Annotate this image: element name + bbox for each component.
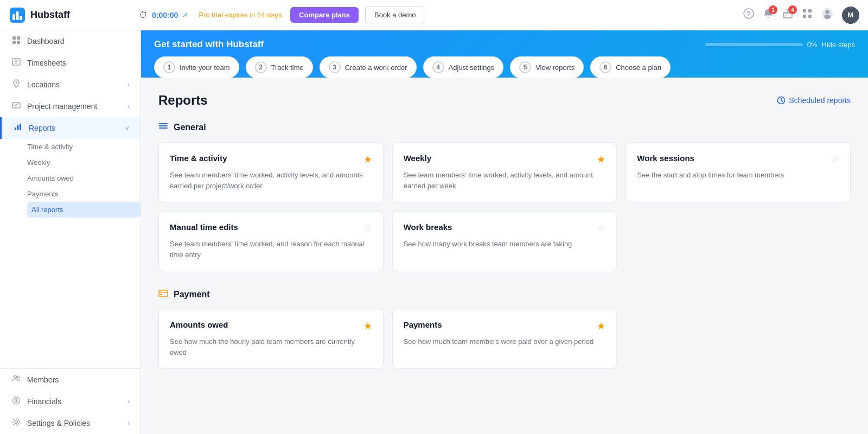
step-2-number: 2 <box>255 61 267 73</box>
svg-point-26 <box>17 376 20 378</box>
card-weekly-star[interactable]: ★ <box>597 154 605 165</box>
card-manual-time-edits-star[interactable]: ☆ <box>363 222 372 234</box>
step-4-adjust-settings[interactable]: 4 Adjust settings <box>423 56 504 78</box>
card-time-activity-star[interactable]: ★ <box>363 154 372 165</box>
sidebar-item-project-management[interactable]: Project management ‹ <box>0 95 141 117</box>
sidebar-item-locations[interactable]: Locations ‹ <box>0 74 141 95</box>
svg-rect-22 <box>15 127 16 130</box>
user-avatar[interactable]: M <box>842 7 859 24</box>
sidebar-item-dashboard[interactable]: Dashboard <box>0 30 141 52</box>
sidebar-item-timesheets[interactable]: Timesheets <box>0 52 141 74</box>
timer-expand-icon[interactable]: ↗ <box>182 11 188 19</box>
topbar-right: ? 1 4 M <box>743 7 859 24</box>
apps-button[interactable] <box>802 8 813 22</box>
timer-section: ⏱ 0:00:00 ↗ <box>139 10 188 20</box>
card-time-activity-desc: See team members' time worked, activity … <box>170 170 372 191</box>
card-amounts-owed-star[interactable]: ★ <box>363 320 372 332</box>
sidebar-subitem-amounts-owed[interactable]: Amounts owed <box>27 170 141 186</box>
card-weekly-desc: See team members' time worked, activity … <box>404 170 606 191</box>
sidebar-subitem-time-activity[interactable]: Time & activity <box>27 139 141 155</box>
step-1-invite-team[interactable]: 1 Invite your team <box>154 56 239 78</box>
card-weekly[interactable]: Weekly ★ See team members' time worked, … <box>392 142 617 202</box>
main-content: Get started with Hubstaff 0% Hide steps … <box>141 30 868 434</box>
step-3-create-work-order[interactable]: 3 Create a work order <box>320 56 417 78</box>
svg-rect-10 <box>803 15 806 18</box>
card-work-breaks-title: Work breaks <box>404 222 452 232</box>
scheduled-reports-label: Scheduled reports <box>789 96 851 105</box>
card-work-breaks-desc: See how many work breaks team members ar… <box>404 239 606 250</box>
book-demo-button[interactable]: Book a demo <box>365 7 425 23</box>
step-5-label: View reports <box>535 63 575 72</box>
card-amounts-owed[interactable]: Amounts owed ★ See how much the hourly p… <box>158 309 384 369</box>
topbar: Hubstaff ⏱ 0:00:00 ↗ Pro trial expires i… <box>0 0 868 30</box>
card-work-sessions-header: Work sessions ☆ <box>637 154 839 165</box>
card-payments-star[interactable]: ★ <box>597 320 605 332</box>
card-work-sessions-title: Work sessions <box>637 154 694 163</box>
account-button[interactable] <box>821 8 833 22</box>
step-3-label: Create a work order <box>345 63 407 72</box>
sidebar-subitem-weekly[interactable]: Weekly <box>27 155 141 170</box>
card-payments[interactable]: Payments ★ See how much team members wer… <box>392 309 617 369</box>
locations-icon <box>11 79 22 90</box>
logo[interactable]: Hubstaff <box>9 7 128 24</box>
layout: Dashboard Timesheets Locations ‹ Project… <box>0 30 868 434</box>
sidebar-subitem-payments[interactable]: Payments <box>27 186 141 202</box>
card-weekly-title: Weekly <box>404 154 431 163</box>
step-1-label: Invite your team <box>180 63 230 72</box>
card-work-breaks-star[interactable]: ☆ <box>597 222 605 234</box>
sidebar-item-members[interactable]: Members <box>0 369 141 391</box>
svg-rect-11 <box>808 15 812 18</box>
card-payments-title: Payments <box>404 320 442 329</box>
trial-notice: Pro trial expires in 14 days. <box>199 11 284 19</box>
locations-chevron-icon: ‹ <box>127 81 130 88</box>
svg-rect-3 <box>20 16 22 20</box>
notifications-button[interactable]: 1 <box>763 8 774 22</box>
banner-steps: 1 Invite your team 2 Track time 3 Create… <box>154 56 855 78</box>
gifts-badge: 4 <box>788 5 797 14</box>
logo-text: Hubstaff <box>30 9 70 21</box>
sidebar-item-settings[interactable]: Settings & Policies ‹ <box>0 412 141 434</box>
svg-rect-24 <box>20 124 21 130</box>
sidebar-item-financials[interactable]: Financials ‹ <box>0 391 141 412</box>
reports-chevron-icon: ∨ <box>125 124 130 132</box>
step-5-view-reports[interactable]: 5 View reports <box>510 56 584 78</box>
step-6-number: 6 <box>599 61 611 73</box>
sidebar-bottom: Members Financials ‹ Settings & Policies… <box>0 368 141 434</box>
sidebar-subitem-all-reports[interactable]: All reports <box>27 202 141 218</box>
dashboard-icon <box>11 36 22 47</box>
card-manual-time-edits[interactable]: Manual time edits ☆ See team members' ti… <box>158 211 384 271</box>
svg-rect-18 <box>17 41 20 44</box>
general-section: General Time & activity ★ See team membe… <box>158 121 851 271</box>
scheduled-reports-link[interactable]: Scheduled reports <box>777 96 851 105</box>
step-2-track-time[interactable]: 2 Track time <box>246 56 313 78</box>
settings-chevron-icon: ‹ <box>127 419 130 427</box>
members-icon <box>11 374 22 385</box>
hide-steps-button[interactable]: Hide steps <box>822 41 855 49</box>
svg-rect-2 <box>16 11 19 20</box>
notifications-badge: 1 <box>769 5 777 14</box>
reports-subitems: Time & activity Weekly Amounts owed Paym… <box>0 139 141 218</box>
card-work-sessions[interactable]: Work sessions ☆ See the start and stop t… <box>626 142 851 202</box>
help-button[interactable]: ? <box>743 8 754 22</box>
compare-plans-button[interactable]: Compare plans <box>290 7 359 23</box>
card-work-sessions-star[interactable]: ☆ <box>831 154 839 165</box>
gifts-button[interactable]: 4 <box>782 8 793 22</box>
sidebar-item-reports[interactable]: Reports ∨ <box>0 117 141 139</box>
svg-rect-16 <box>17 36 20 40</box>
svg-text:?: ? <box>746 10 750 18</box>
card-work-breaks[interactable]: Work breaks ☆ See how many work breaks t… <box>392 211 617 271</box>
payment-cards-grid: Amounts owed ★ See how much the hourly p… <box>158 309 851 369</box>
sidebar-reports-label: Reports <box>29 124 119 132</box>
payment-section: Payment Amounts owed ★ See how much the … <box>158 289 851 369</box>
project-management-chevron-icon: ‹ <box>127 103 130 110</box>
clock-icon <box>777 96 786 105</box>
card-amounts-owed-header: Amounts owed ★ <box>170 320 372 332</box>
timer-icon: ⏱ <box>139 10 148 20</box>
card-time-activity[interactable]: Time & activity ★ See team members' time… <box>158 142 384 202</box>
sidebar-project-management-label: Project management <box>27 102 122 111</box>
timer-value: 0:00:00 <box>152 11 178 20</box>
banner-header: Get started with Hubstaff 0% Hide steps <box>154 39 855 50</box>
step-6-label: Choose a plan <box>616 63 661 72</box>
step-6-choose-plan[interactable]: 6 Choose a plan <box>590 56 671 78</box>
step-3-number: 3 <box>329 61 341 73</box>
